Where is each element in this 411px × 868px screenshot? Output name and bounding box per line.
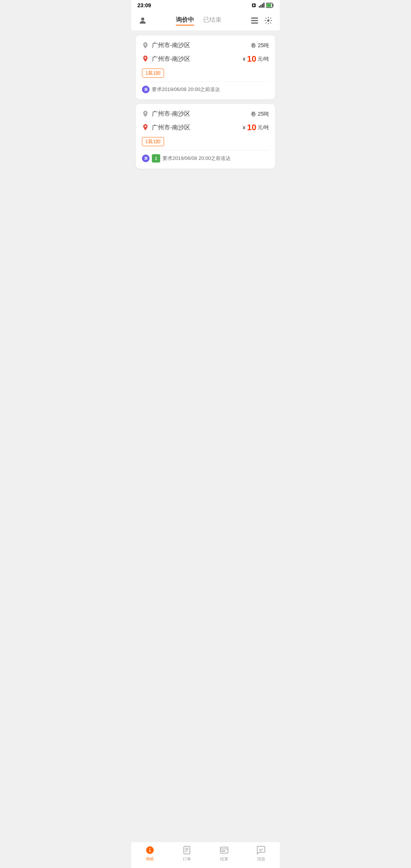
from-pin-icon-2 bbox=[142, 111, 149, 118]
svg-point-16 bbox=[145, 112, 146, 113]
to-city-2: 广州市-南沙区 bbox=[152, 124, 190, 132]
svg-rect-7 bbox=[273, 4, 274, 6]
price-currency-2: ¥ bbox=[243, 125, 245, 131]
load-unload-badge-1: 1装1卸 bbox=[142, 69, 164, 78]
weight-label-2: 卷 bbox=[251, 111, 256, 118]
tab-ended[interactable]: 已结束 bbox=[203, 16, 221, 26]
svg-point-9 bbox=[141, 18, 144, 21]
svg-rect-2 bbox=[259, 6, 260, 8]
freight-card-1[interactable]: 广州市-南沙区 卷 25吨 广州市-南沙区 ¥ 10 元/吨 bbox=[136, 35, 275, 99]
svg-rect-10 bbox=[251, 18, 258, 19]
to-row-1: 广州市-南沙区 ¥ 10 元/吨 bbox=[142, 54, 269, 64]
to-location-2: 广州市-南沙区 bbox=[142, 124, 190, 132]
weight-value-1: 25吨 bbox=[258, 42, 269, 49]
svg-point-14 bbox=[145, 43, 146, 45]
price-unit-2: 元/吨 bbox=[258, 124, 269, 131]
dispatch-count-badge-2: 1 bbox=[152, 154, 160, 163]
to-row-2: 广州市-南沙区 ¥ 10 元/吨 bbox=[142, 123, 269, 132]
status-icons bbox=[251, 2, 274, 8]
app-header: 询价中 已结束 bbox=[131, 11, 280, 31]
divider-2 bbox=[142, 150, 269, 150]
dispatch-icon-2: 派 bbox=[142, 155, 150, 162]
badge-row-2: 1装1卸 bbox=[142, 137, 269, 146]
svg-rect-8 bbox=[267, 4, 271, 7]
from-city-1: 广州市-南沙区 bbox=[152, 41, 190, 49]
delivery-text-1: 要求2019/06/08 20:00之前送达 bbox=[152, 86, 220, 93]
signal-icon bbox=[258, 2, 264, 8]
from-row-1: 广州市-南沙区 卷 25吨 bbox=[142, 41, 269, 49]
main-content: 广州市-南沙区 卷 25吨 广州市-南沙区 ¥ 10 元/吨 bbox=[131, 31, 280, 173]
to-location-1: 广州市-南沙区 bbox=[142, 55, 190, 63]
status-bar: 23:09 bbox=[131, 0, 280, 11]
price-row-2: ¥ 10 元/吨 bbox=[243, 123, 269, 132]
from-city-2: 广州市-南沙区 bbox=[152, 110, 190, 118]
layers-icon[interactable] bbox=[249, 15, 260, 26]
status-time: 23:09 bbox=[137, 2, 151, 8]
user-icon[interactable] bbox=[137, 15, 148, 26]
from-pin-icon-1 bbox=[142, 42, 149, 49]
from-row-2: 广州市-南沙区 卷 25吨 bbox=[142, 110, 269, 118]
price-row-1: ¥ 10 元/吨 bbox=[243, 54, 269, 64]
battery-icon bbox=[266, 2, 274, 8]
svg-rect-3 bbox=[260, 5, 261, 8]
svg-point-17 bbox=[145, 126, 146, 127]
from-location-1: 广州市-南沙区 bbox=[142, 41, 190, 49]
tab-inquiring[interactable]: 询价中 bbox=[176, 16, 194, 26]
delivery-row-1: 派 要求2019/06/08 20:00之前送达 bbox=[142, 86, 269, 93]
divider-1 bbox=[142, 81, 269, 82]
svg-rect-12 bbox=[251, 22, 258, 24]
header-tabs: 询价中 已结束 bbox=[148, 16, 249, 26]
weight-value-2: 25吨 bbox=[258, 111, 269, 118]
weight-info-1: 卷 25吨 bbox=[251, 42, 269, 49]
to-pin-icon-2 bbox=[142, 124, 149, 131]
svg-point-15 bbox=[145, 57, 146, 59]
svg-rect-5 bbox=[263, 3, 264, 8]
weight-info-2: 卷 25吨 bbox=[251, 111, 269, 118]
play-icon bbox=[251, 2, 257, 8]
price-value-1: 10 bbox=[247, 54, 256, 64]
svg-rect-4 bbox=[262, 4, 263, 8]
freight-card-2[interactable]: 广州市-南沙区 卷 25吨 广州市-南沙区 ¥ 10 元/吨 bbox=[136, 104, 275, 169]
weight-label-1: 卷 bbox=[251, 42, 256, 49]
from-location-2: 广州市-南沙区 bbox=[142, 110, 190, 118]
to-pin-icon-1 bbox=[142, 56, 149, 62]
load-unload-badge-2: 1装1卸 bbox=[142, 137, 164, 146]
svg-point-13 bbox=[267, 19, 269, 22]
badge-row-1: 1装1卸 bbox=[142, 69, 269, 78]
dispatch-icon-1: 派 bbox=[142, 86, 150, 93]
price-unit-1: 元/吨 bbox=[258, 56, 269, 62]
settings-icon[interactable] bbox=[263, 15, 274, 26]
price-value-2: 10 bbox=[247, 123, 256, 132]
to-city-1: 广州市-南沙区 bbox=[152, 55, 190, 63]
delivery-text-2: 要求2019/06/08 20:00之前送达 bbox=[162, 155, 231, 162]
price-currency-1: ¥ bbox=[243, 56, 245, 62]
svg-rect-11 bbox=[251, 20, 258, 21]
delivery-row-2: 派 1 要求2019/06/08 20:00之前送达 bbox=[142, 154, 269, 163]
